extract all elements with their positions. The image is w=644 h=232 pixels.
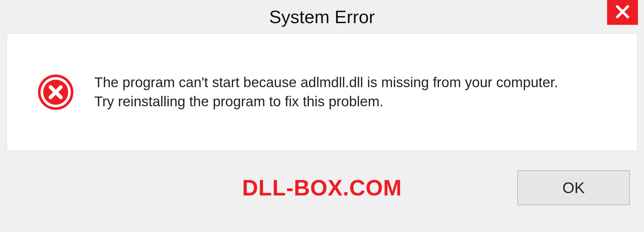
- error-message-line1: The program can't start because adlmdll.…: [94, 73, 558, 92]
- watermark-text: DLL-BOX.COM: [242, 175, 402, 200]
- message-panel: The program can't start because adlmdll.…: [7, 34, 637, 151]
- error-message-line2: Try reinstalling the program to fix this…: [94, 92, 558, 111]
- dialog-title: System Error: [269, 6, 375, 27]
- close-icon: [615, 4, 630, 21]
- error-message: The program can't start because adlmdll.…: [94, 73, 558, 111]
- dialog-footer: DLL-BOX.COM OK: [0, 151, 644, 225]
- titlebar: System Error: [0, 0, 644, 34]
- ok-button[interactable]: OK: [517, 170, 630, 205]
- error-icon: [37, 74, 74, 111]
- close-button[interactable]: [607, 0, 638, 25]
